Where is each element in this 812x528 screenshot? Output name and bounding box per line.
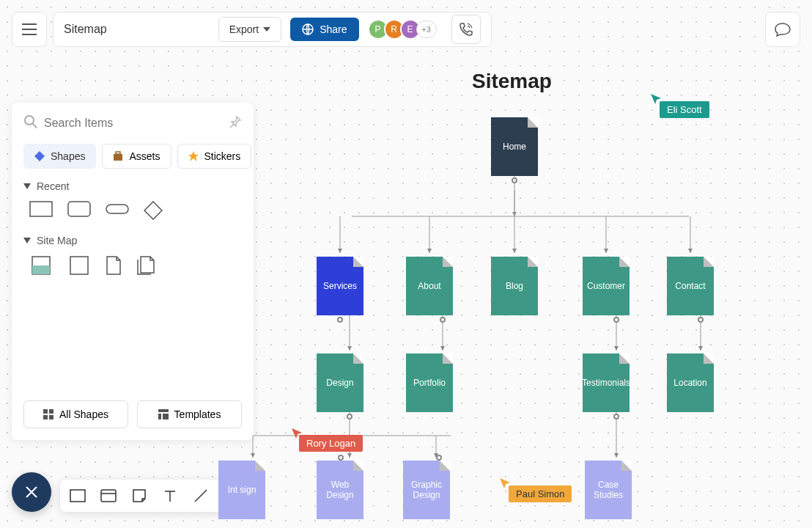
shape-doc[interactable] [106, 255, 122, 276]
connection-handle[interactable] [436, 455, 442, 461]
svg-rect-13 [49, 415, 53, 419]
canvas-title: Sitemap [472, 70, 552, 93]
tool-card[interactable] [98, 485, 119, 506]
close-fab[interactable] [12, 472, 51, 512]
node-design[interactable]: Design [317, 353, 363, 412]
shape-page-outline[interactable] [67, 255, 91, 276]
svg-rect-17 [70, 490, 85, 502]
chevron-down-icon [263, 27, 270, 32]
svg-rect-14 [158, 409, 169, 412]
svg-rect-2 [114, 154, 122, 161]
diamond-icon [34, 151, 45, 161]
collapse-icon [23, 238, 31, 243]
avatar-overflow[interactable]: +3 [416, 21, 437, 38]
cursor-eli: Eli Scott [660, 101, 709, 118]
share-button[interactable]: Share [290, 18, 358, 41]
hamburger-icon [22, 23, 37, 35]
svg-rect-18 [101, 490, 116, 502]
svg-rect-8 [32, 265, 50, 274]
call-button[interactable] [451, 15, 481, 44]
connection-handle[interactable] [613, 317, 619, 323]
svg-rect-6 [106, 205, 128, 213]
connection-handle[interactable] [337, 317, 343, 323]
shape-rounded-rect[interactable] [67, 201, 91, 217]
tool-rectangle[interactable] [67, 485, 88, 506]
search-icon [23, 114, 38, 132]
connection-handle[interactable] [512, 177, 517, 183]
cursor-rory: Rory Logan [299, 435, 363, 452]
tool-line[interactable] [191, 485, 211, 506]
export-button[interactable]: Export [218, 17, 281, 42]
node-contact[interactable]: Contact [667, 257, 714, 315]
tool-note[interactable] [129, 485, 150, 506]
connection-handle[interactable] [698, 317, 704, 323]
section-recent[interactable]: Recent [23, 180, 242, 192]
node-blog[interactable]: Blog [491, 257, 538, 315]
shape-rectangle[interactable] [29, 201, 53, 217]
svg-rect-16 [163, 414, 169, 419]
node-about[interactable]: About [406, 257, 453, 315]
svg-rect-9 [70, 257, 88, 274]
shape-docs[interactable] [136, 255, 155, 276]
node-customer[interactable]: Customer [583, 257, 630, 315]
svg-rect-5 [68, 202, 90, 216]
shape-pill[interactable] [106, 201, 129, 217]
svg-rect-4 [30, 202, 52, 216]
node-location[interactable]: Location [667, 353, 714, 412]
collaborator-avatars: P R E +3 [372, 19, 437, 40]
svg-rect-10 [43, 409, 48, 414]
globe-icon [302, 23, 314, 35]
node-services[interactable]: Services [317, 257, 363, 315]
connection-handle[interactable] [440, 317, 446, 323]
node-case-studies[interactable]: Case Studies [585, 461, 632, 519]
svg-rect-12 [43, 415, 48, 419]
pin-icon[interactable] [229, 115, 242, 131]
node-graphic-design[interactable]: Graphic Design [403, 461, 450, 519]
all-shapes-button[interactable]: All Shapes [23, 400, 128, 428]
document-title[interactable]: Sitemap [64, 23, 210, 36]
node-int-design[interactable]: Int sign [218, 461, 265, 519]
svg-rect-15 [158, 414, 161, 419]
tab-stickers[interactable]: Stickers [177, 144, 252, 169]
search-input[interactable] [44, 117, 223, 130]
menu-button[interactable] [12, 12, 47, 47]
tab-assets[interactable]: Assets [102, 144, 171, 169]
svg-rect-11 [49, 409, 53, 414]
comment-button[interactable] [765, 12, 800, 47]
tab-shapes[interactable]: Shapes [23, 144, 96, 169]
grid-icon [43, 409, 53, 419]
phone-icon [459, 22, 473, 37]
svg-point-1 [25, 116, 34, 125]
svg-line-20 [195, 490, 207, 502]
briefcase-icon [113, 151, 123, 161]
chat-icon [775, 22, 791, 37]
connection-handle[interactable] [613, 414, 619, 419]
templates-button[interactable]: Templates [137, 400, 242, 428]
template-icon [158, 409, 169, 419]
connection-handle[interactable] [338, 455, 344, 461]
shape-page-filled[interactable] [29, 255, 53, 276]
shape-diamond[interactable] [144, 201, 163, 220]
svg-rect-3 [116, 152, 120, 154]
node-web-design[interactable]: Web Design [317, 461, 363, 519]
section-sitemap[interactable]: Site Map [23, 235, 242, 246]
node-portfolio[interactable]: Portfolio [406, 353, 453, 412]
shapes-panel: Shapes Assets Stickers Recent Site Map A [12, 103, 254, 440]
document-toolbar: Sitemap Export Share P R E +3 [53, 12, 492, 47]
tool-text[interactable] [160, 485, 180, 506]
star-icon [188, 151, 199, 161]
node-testimonials[interactable]: Testimonials [583, 353, 630, 412]
close-icon [25, 485, 38, 499]
node-home[interactable]: Home [491, 117, 538, 176]
cursor-paul: Paul Simon [509, 485, 572, 502]
collapse-icon [23, 183, 31, 189]
connection-handle[interactable] [347, 414, 353, 419]
